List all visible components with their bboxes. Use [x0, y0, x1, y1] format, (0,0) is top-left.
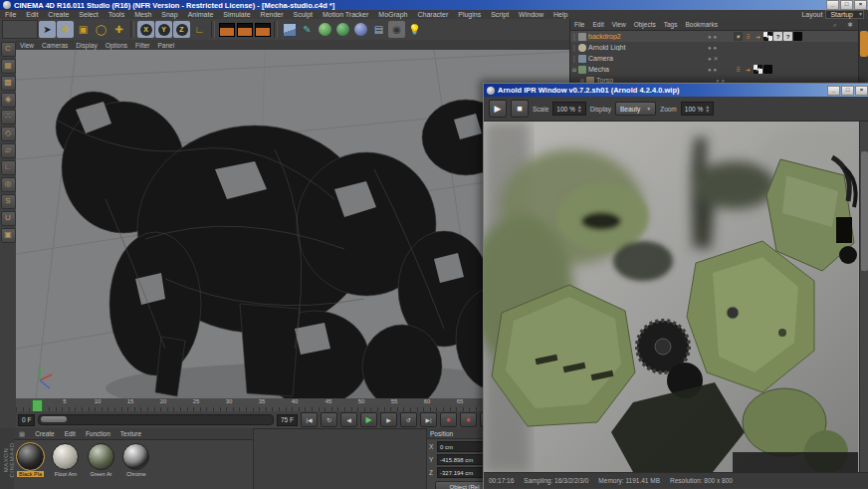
menu-sculpt[interactable]: Sculpt — [289, 11, 318, 18]
object-row-mecha[interactable]: ⊞ Mecha ●● ⠿ ➜ ✕ — [570, 64, 868, 75]
floor-environment-icon[interactable]: ▤ — [370, 21, 387, 38]
undo-redo-group[interactable] — [2, 20, 38, 39]
coordinate-system-icon[interactable]: ∟ — [191, 21, 208, 38]
menu-window[interactable]: Window — [514, 11, 548, 18]
material-panel-icon[interactable]: ▦ — [14, 430, 30, 438]
timeline-slider-handle[interactable] — [41, 416, 67, 422]
magnet-snap-icon[interactable]: U — [1, 211, 16, 226]
subdivision-surface-icon[interactable] — [317, 21, 333, 38]
arnold-minimize-button[interactable]: _ — [827, 86, 840, 96]
menu-mesh[interactable]: Mesh — [129, 11, 156, 18]
gear-icon[interactable]: ✱ — [844, 21, 857, 29]
menu-simulate[interactable]: Simulate — [218, 11, 255, 18]
menu-character[interactable]: Character — [413, 11, 454, 18]
material-black-plastic[interactable]: Black Pla — [17, 443, 44, 477]
light-tag-icon[interactable]: ☀ — [734, 32, 743, 41]
timeline-ruler[interactable]: 5 10 15 20 25 30 35 40 45 50 55 60 65 — [16, 398, 495, 412]
render-picture-viewer-icon[interactable] — [236, 21, 253, 38]
material-thumbnail[interactable] — [122, 443, 149, 470]
deformer-icon[interactable] — [352, 21, 369, 38]
vp-menu-filter[interactable]: Filter — [131, 42, 153, 49]
layout-select[interactable]: Startup — [825, 10, 864, 19]
menu-file[interactable]: File — [0, 11, 21, 18]
expander-icon[interactable]: ⊞ — [570, 66, 578, 73]
material-tag-icon[interactable] — [793, 32, 802, 41]
texture-tag-icon[interactable]: ✕ — [754, 65, 762, 74]
current-frame-field[interactable]: 0 F — [18, 414, 35, 426]
record-position-button[interactable]: ● — [440, 412, 457, 427]
material-thumbnail[interactable] — [17, 443, 44, 470]
om-menu-file[interactable]: File — [570, 21, 588, 28]
mat-menu-texture[interactable]: Texture — [115, 430, 146, 437]
phong-tag-icon[interactable]: ⠿ — [734, 65, 743, 74]
arnold-vscrollbar[interactable] — [859, 122, 868, 472]
arnold-scroll-thumb[interactable] — [861, 151, 868, 271]
arnold-titlebar[interactable]: Arnold IPR Window v0.7.2.sh01 (Arnold 4.… — [484, 84, 868, 97]
vp-menu-view[interactable]: View — [16, 42, 38, 49]
light-icon[interactable]: 💡 — [406, 21, 423, 38]
edges-mode-icon[interactable]: ◇ — [1, 126, 16, 141]
arnold-close-button[interactable]: × — [855, 86, 868, 96]
om-menu-edit[interactable]: Edit — [588, 21, 607, 28]
vp-menu-cameras[interactable]: Cameras — [38, 42, 72, 49]
axis-mode-icon[interactable]: ∟ — [1, 160, 16, 175]
prev-frame-button[interactable]: ◀ — [340, 412, 357, 427]
mat-menu-create[interactable]: Create — [30, 430, 60, 437]
arnold-ipr-window[interactable]: Arnold IPR Window v0.7.2.sh01 (Arnold 4.… — [483, 83, 868, 489]
material-green-armor[interactable]: Green Ar — [88, 443, 114, 477]
model-mode-icon[interactable]: ▦ — [1, 59, 16, 74]
viewport-solo-icon[interactable]: ◎ — [1, 177, 16, 192]
polygons-mode-icon[interactable]: ▱ — [1, 143, 16, 158]
last-tool-icon[interactable]: ✚ — [110, 21, 127, 38]
rotate-tool-icon[interactable]: ◯ — [93, 21, 109, 38]
visibility-toggles[interactable]: ●● — [708, 34, 734, 40]
scale-field[interactable]: 100 %▲▼ — [552, 102, 585, 116]
visibility-toggles[interactable]: ●✕ — [708, 55, 734, 62]
move-tool-icon[interactable]: ✥ — [57, 21, 74, 38]
compositing-tag-icon[interactable]: ➜ — [744, 65, 753, 74]
scale-tool-icon[interactable]: ▣ — [75, 21, 92, 38]
scrollbar-thumb[interactable] — [860, 31, 868, 57]
om-menu-bookmarks[interactable]: Bookmarks — [681, 21, 722, 28]
y-axis-lock-icon[interactable]: Y — [155, 21, 172, 38]
om-menu-objects[interactable]: Objects — [630, 21, 660, 28]
render-settings-icon[interactable] — [254, 21, 271, 38]
phong-tag-icon[interactable]: ⠿ — [744, 32, 753, 41]
points-mode-icon[interactable]: ∴ — [1, 110, 16, 124]
z-axis-lock-icon[interactable]: Z — [173, 21, 190, 38]
menu-select[interactable]: Select — [74, 11, 103, 18]
zoom-field[interactable]: 100 %▲▼ — [681, 102, 714, 116]
menu-motion-tracker[interactable]: Motion Tracker — [318, 11, 373, 18]
search-icon[interactable]: ⌕ — [829, 21, 841, 29]
render-view-icon[interactable] — [218, 21, 235, 38]
menu-snap[interactable]: Snap — [156, 11, 182, 18]
minimize-button[interactable]: _ — [826, 0, 839, 10]
compositing-tag-icon[interactable]: ➜ — [754, 32, 762, 41]
material-thumbnail[interactable] — [52, 443, 79, 470]
loop-button[interactable]: ↺ — [400, 412, 417, 427]
play-button[interactable]: ▶ — [360, 412, 377, 427]
texture-mode-icon[interactable]: ▩ — [1, 76, 16, 91]
lock-workplane-icon[interactable]: ▣ — [1, 228, 16, 243]
object-row-camera[interactable]: │ Camera ●✕ — [570, 53, 868, 64]
om-menu-view[interactable]: View — [608, 21, 630, 28]
goto-start-button[interactable]: |◀ — [301, 412, 318, 427]
workplane-mode-icon[interactable]: ◈ — [1, 93, 16, 108]
ipr-stop-button[interactable]: ■ — [511, 100, 529, 118]
visibility-toggles[interactable]: ●● — [708, 45, 734, 51]
goto-end-button[interactable]: ▶| — [420, 412, 437, 427]
ipr-play-button[interactable]: ▶ — [489, 100, 507, 118]
spline-pen-icon[interactable]: ✎ — [299, 21, 316, 38]
make-editable-icon[interactable]: C — [1, 42, 16, 57]
menu-help[interactable]: Help — [548, 11, 572, 18]
end-frame-field[interactable]: 75 F — [277, 414, 298, 426]
object-row-arnold-light[interactable]: │ Arnold Light ●● — [570, 42, 868, 53]
vp-menu-options[interactable]: Options — [102, 42, 131, 49]
menu-create[interactable]: Create — [43, 11, 74, 18]
timeline-slider[interactable] — [38, 414, 274, 425]
vp-menu-panel[interactable]: Panel — [154, 42, 179, 49]
play-backwards-button[interactable]: ↻ — [321, 412, 337, 427]
material-chrome[interactable]: Chrome — [122, 443, 149, 477]
record-scale-button[interactable]: ● — [460, 412, 477, 427]
titlebar[interactable]: CINEMA 4D R16.011 Studio (R16) (NFR Vers… — [0, 0, 868, 10]
